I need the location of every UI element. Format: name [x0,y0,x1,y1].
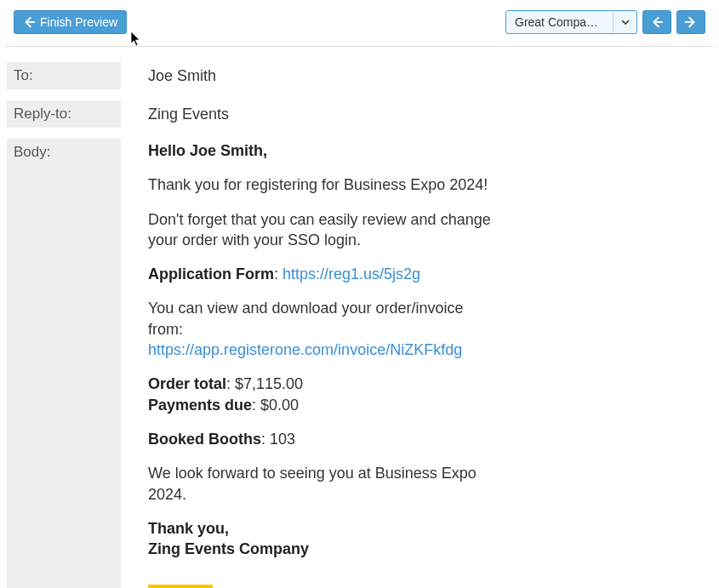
prev-button[interactable] [642,10,671,34]
reply-to-value: Zing Events [121,100,229,128]
to-value: Joe Smith [121,62,216,90]
toolbar: Finish Preview Great Compan… [5,0,714,47]
app-form-sep: : [274,265,282,283]
logo-row: Z ING [148,585,495,588]
body-content: Hello Joe Smith, Thank you for registeri… [121,139,495,588]
totals-line: Order total: $7,115.00 Payments due: $0.… [148,374,495,415]
invoice-line: You can view and download your order/inv… [148,298,495,360]
booked-value: : 103 [261,431,295,448]
body-label: Body: [7,139,121,588]
arrow-right-icon [685,16,697,28]
reply-to-row: Reply-to: Zing Events [7,100,712,128]
payments-due-label: Payments due [148,397,252,414]
booked-line: Booked Booths: 103 [148,429,495,449]
arrow-left-icon [651,16,663,28]
arrow-left-icon [23,16,35,28]
toolbar-right: Great Compan… [505,10,705,34]
booked-label: Booked Booths [148,431,261,448]
invoice-intro: You can view and download your order/inv… [148,300,464,337]
finish-preview-button[interactable]: Finish Preview [14,10,127,34]
dropdown-caret[interactable] [613,11,636,33]
app-form-label: Application Form [148,265,274,283]
greeting: Hello Joe Smith, [148,142,267,159]
closing-line: We look forward to seeing you at Busines… [148,463,495,505]
order-total-label: Order total [148,375,226,392]
invoice-link[interactable]: https://app.registerone.com/invoice/NiZK… [148,341,462,358]
body-row: Body: Hello Joe Smith, Thank you for reg… [7,139,712,588]
signoff-1: Thank you, [148,520,229,537]
thanks-line: Thank you for registering for Business E… [148,174,495,195]
email-preview: To: Joe Smith Reply-to: Zing Events Body… [0,47,719,588]
to-label: To: [7,62,121,89]
signoff: Thank you, Zing Events Company [148,518,495,560]
order-total-value: : $7,115.00 [226,375,303,392]
reply-to-label: Reply-to: [7,100,121,128]
caret-down-icon [621,20,630,25]
app-form-link[interactable]: https://reg1.us/5js2g [282,265,420,283]
next-button[interactable] [676,10,705,34]
payments-due-value: : $0.00 [252,397,299,414]
application-form-line: Application Form: https://reg1.us/5js2g [148,264,495,284]
finish-preview-label: Finish Preview [40,15,117,29]
dropdown-selected-label: Great Compan… [506,15,613,29]
sso-note: Don't forget that you can easily review … [148,209,495,251]
company-dropdown[interactable]: Great Compan… [505,10,637,34]
signoff-2: Zing Events Company [148,540,309,557]
zing-logo-mark: Z [148,585,213,588]
to-row: To: Joe Smith [7,62,712,90]
toolbar-left: Finish Preview [14,10,127,34]
